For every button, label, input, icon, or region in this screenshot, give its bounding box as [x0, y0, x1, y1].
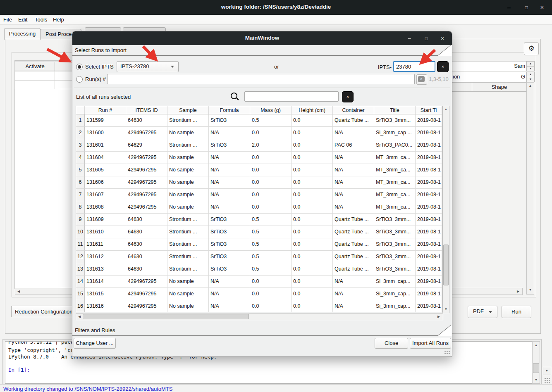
table-cell[interactable]: Si_3mm_cap...	[374, 288, 416, 300]
table-cell[interactable]: 4294967295	[126, 189, 167, 201]
table-cell[interactable]: 0.0	[292, 226, 333, 238]
table-cell[interactable]: 0.0	[250, 164, 292, 176]
table-cell[interactable]: SrTiO3	[209, 214, 250, 226]
table-cell[interactable]: N/A	[333, 152, 374, 164]
horizontal-scrollbar-left-fragment[interactable]: ◀	[15, 288, 74, 295]
table-cell[interactable]: 0.0	[250, 201, 292, 214]
table-cell[interactable]: 0.5	[250, 214, 292, 226]
table-cell[interactable]: SrTiO3_3mm...	[374, 238, 416, 251]
spin-down-icon[interactable]: ▼	[526, 77, 535, 82]
table-cell[interactable]: Strontium ...	[167, 251, 209, 263]
close-button[interactable]: Close	[375, 338, 408, 349]
table-cell[interactable]: MT_3mm_ca...	[374, 201, 416, 214]
table-cell[interactable]: 0.0	[292, 139, 333, 152]
table-cell[interactable]: N/A	[333, 276, 374, 288]
table-cell[interactable]: Quartz Tube ...	[333, 226, 374, 238]
table-cell[interactable]: 0.0	[292, 114, 333, 127]
table-cell[interactable]: 0.0	[292, 176, 333, 189]
table-cell[interactable]: 64630	[126, 238, 167, 251]
menu-edit[interactable]: Edit	[17, 16, 29, 23]
spin-down-icon[interactable]: ▼	[526, 66, 535, 71]
table-cell[interactable]: SrTiO3	[209, 226, 250, 238]
menu-file[interactable]: File	[2, 16, 14, 23]
table-cell[interactable]: 131609	[85, 214, 126, 226]
table-cell[interactable]: 131614	[85, 276, 126, 288]
column-header[interactable]: Start Ti	[416, 106, 442, 114]
table-cell[interactable]: 2019-08-1	[416, 139, 442, 152]
table-cell[interactable]: Quartz Tube ...	[333, 214, 374, 226]
clear-search-button[interactable]: ×	[342, 91, 354, 102]
table-cell[interactable]: 0.0	[292, 152, 333, 164]
scroll-up-icon[interactable]: ▲	[443, 107, 449, 111]
column-header[interactable]: Formula	[209, 106, 250, 114]
table-cell[interactable]: 0.0	[292, 189, 333, 201]
table-cell[interactable]: Strontium ...	[167, 214, 209, 226]
table-cell[interactable]: 131608	[85, 201, 126, 214]
table-cell[interactable]: N/A	[333, 127, 374, 139]
table-cell[interactable]: 0.5	[250, 226, 292, 238]
column-header[interactable]: ITEMS ID	[126, 106, 167, 114]
table-cell[interactable]: SrTiO3	[209, 114, 250, 127]
runs-radio[interactable]	[76, 76, 83, 83]
scrollbar-thumb[interactable]	[533, 363, 539, 373]
table-cell[interactable]: N/A	[209, 127, 250, 139]
table-cell[interactable]: 131600	[85, 127, 126, 139]
scroll-up-icon[interactable]: ▲	[527, 84, 534, 88]
table-cell[interactable]: 0.0	[250, 176, 292, 189]
table-cell[interactable]: 0.0	[292, 288, 333, 300]
table-cell[interactable]: 2019-08-1	[416, 164, 442, 176]
table-cell[interactable]: No sample	[167, 164, 209, 176]
window-resize-grip[interactable]	[544, 378, 551, 384]
column-header[interactable]: Mass (g)	[250, 106, 292, 114]
table-cell[interactable]: MT_3mm_ca...	[374, 176, 416, 189]
table-cell[interactable]: 4294967295	[126, 164, 167, 176]
table-cell[interactable]: N/A	[209, 288, 250, 300]
table-cell[interactable]: Quartz Tube ...	[333, 251, 374, 263]
clear-runs-button[interactable]: ×	[416, 74, 427, 85]
table-cell[interactable]	[15, 71, 55, 80]
scrollbar-thumb[interactable]	[83, 314, 249, 319]
table-cell[interactable]: N/A	[209, 164, 250, 176]
scroll-down-icon[interactable]: ▼	[527, 288, 534, 292]
table-cell[interactable]: 0.0	[250, 189, 292, 201]
table-cell[interactable]: 2019-08-1	[416, 127, 442, 139]
table-cell[interactable]: 2019-08-1	[416, 288, 442, 300]
table-cell[interactable]: No sample	[167, 276, 209, 288]
table-cell[interactable]: Quartz Tube ...	[333, 114, 374, 127]
table-cell[interactable]: N/A	[333, 288, 374, 300]
table-cell[interactable]: 0.5	[250, 251, 292, 263]
table-cell[interactable]: SrTiO3	[209, 238, 250, 251]
table-cell[interactable]: SrTiO3_PAC0...	[374, 139, 416, 152]
table-cell[interactable]: 64630	[126, 114, 167, 127]
table-vertical-scrollbar[interactable]: ▲ ▼	[442, 106, 449, 313]
table-cell[interactable]: 131601	[85, 139, 126, 152]
table-cell[interactable]: Strontium ...	[167, 226, 209, 238]
table-cell[interactable]: Strontium ...	[167, 238, 209, 251]
ipts-combobox[interactable]: IPTS-23780	[117, 61, 179, 72]
table-cell[interactable]: 0.5	[250, 114, 292, 127]
minimize-icon[interactable]: –	[504, 2, 514, 12]
table-cell[interactable]: 0.0	[250, 288, 292, 300]
change-user-button[interactable]: Change User ...	[74, 338, 116, 349]
table-cell[interactable]: 131615	[85, 288, 126, 300]
table-cell[interactable]: 2019-08-1	[416, 201, 442, 214]
table-cell[interactable]: 0.0	[250, 300, 292, 312]
table-horizontal-scrollbar[interactable]: ◀ ▶	[76, 313, 443, 320]
table-cell[interactable]: 131599	[85, 114, 126, 127]
table-cell[interactable]: 64629	[126, 139, 167, 152]
table-cell[interactable]: Strontium ...	[167, 263, 209, 276]
table-cell[interactable]: 2019-08-1	[416, 300, 442, 312]
table-cell[interactable]: No sample	[167, 127, 209, 139]
table-cell[interactable]: 2019-08-1	[416, 251, 442, 263]
import-all-runs-button[interactable]: Import All Runs	[410, 338, 451, 349]
table-cell[interactable]: SrTiO3	[209, 263, 250, 276]
table-cell[interactable]: N/A	[333, 164, 374, 176]
table-cell[interactable]: 0.0	[292, 164, 333, 176]
close-icon[interactable]: ×	[437, 33, 448, 43]
clear-ipts-button[interactable]: ×	[437, 61, 449, 72]
table-cell[interactable]: N/A	[209, 176, 250, 189]
select-ipts-radio[interactable]	[76, 64, 83, 70]
table-cell[interactable]: 0.0	[292, 201, 333, 214]
scroll-right-icon[interactable]: ▶	[436, 315, 441, 318]
table-cell[interactable]: 131610	[85, 226, 126, 238]
